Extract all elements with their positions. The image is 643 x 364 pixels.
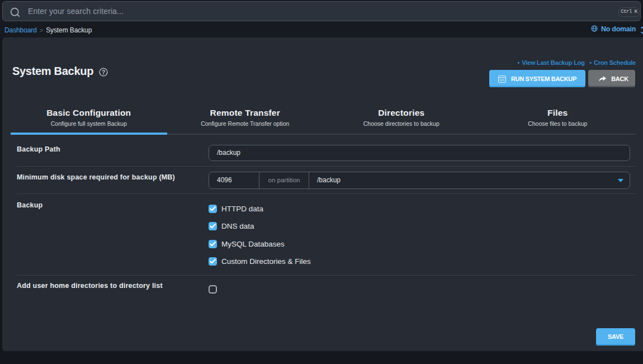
svg-text:?: ? xyxy=(102,69,105,75)
